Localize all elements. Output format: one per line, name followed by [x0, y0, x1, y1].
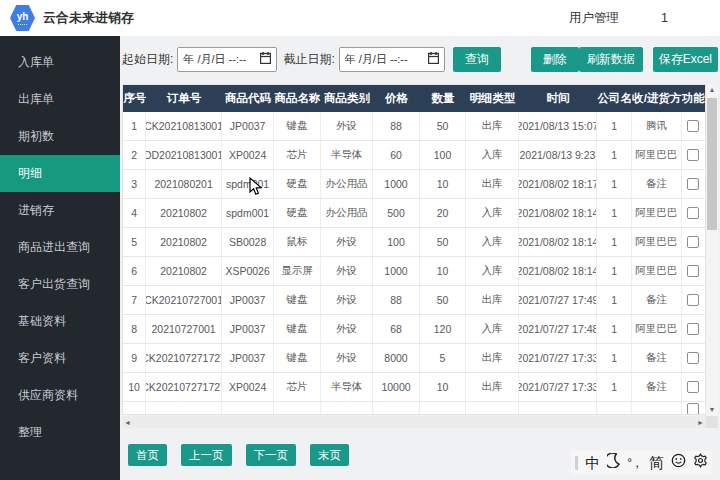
vertical-scrollbar[interactable]: ▲ ▼ — [706, 84, 718, 416]
cell-seq: 8 — [123, 315, 146, 343]
ime-simplified-mode[interactable]: 简 — [649, 451, 664, 475]
horizontal-scrollbar[interactable]: ◄ ► — [122, 416, 706, 428]
sidebar-item[interactable]: 商品进出查询 — [0, 229, 120, 266]
cell-action — [682, 344, 705, 372]
sidebar-item-label: 基础资料 — [18, 313, 66, 330]
cell-action — [682, 228, 705, 256]
row-checkbox[interactable] — [687, 352, 699, 364]
refresh-data-button[interactable]: 刷新数据 — [579, 47, 643, 72]
sidebar-item[interactable]: 入库单 — [0, 44, 120, 81]
scroll-up-arrow-icon[interactable]: ▲ — [709, 84, 716, 96]
sidebar-item[interactable]: 供应商资料 — [0, 377, 120, 414]
cell-product-category: 外设 — [321, 112, 373, 140]
cell-time: 2021/07/27 17:48 — [519, 315, 598, 343]
cell-price: 500 — [373, 199, 420, 227]
ime-language-mode[interactable]: 中 — [585, 451, 600, 475]
ime-grip-handle[interactable] — [575, 456, 578, 470]
cell-order-no: 2021080201 — [146, 170, 222, 198]
cell-order-no: 20210802 — [146, 228, 222, 256]
cell-time: 2021/08/13 15:07 — [519, 112, 598, 140]
end-date-input[interactable]: 年 /月/日 --:-- — [339, 47, 445, 72]
app-window: yh 云合未来进销存 用户管理 1 入库单 出库单 期初数 明细 — [0, 0, 720, 480]
table-header-cell: 订单号 — [146, 85, 222, 112]
sidebar-item[interactable]: 客户出货查询 — [0, 266, 120, 303]
cell-order-no: CK202107271727 — [146, 344, 222, 372]
save-excel-button[interactable]: 保存Excel — [653, 47, 718, 72]
cell-product-code: JP0037 — [222, 315, 274, 343]
cell-product-name: 芯片 — [274, 141, 321, 169]
sidebar-item-label: 出库单 — [18, 91, 54, 108]
table-row: 3 2021080201 spdm001 硬盘 办公用品 1000 10 出库 … — [123, 170, 705, 199]
cell-product-code: XP0024 — [222, 373, 274, 401]
ime-fullwidth-moon-icon[interactable] — [607, 451, 620, 475]
table-header-cell: 时间 — [519, 85, 598, 112]
row-checkbox[interactable] — [687, 381, 699, 393]
ime-settings-gear-icon[interactable] — [693, 451, 708, 475]
sidebar-item[interactable]: 期初数 — [0, 118, 120, 155]
cell-quantity: 120 — [420, 315, 467, 343]
cell-product-category: 办公用品 — [321, 170, 373, 198]
row-checkbox[interactable] — [687, 323, 699, 335]
app-logo: yh 云合未来进销存 — [0, 5, 134, 32]
row-checkbox[interactable] — [687, 294, 699, 306]
calendar-icon[interactable] — [428, 50, 439, 68]
cell-product-name: 键盘 — [274, 344, 321, 372]
sidebar-item[interactable]: 客户资料 — [0, 340, 120, 377]
cell-time: 2021/08/02 18:14 — [519, 228, 598, 256]
prev-page-button[interactable]: 上一页 — [181, 444, 232, 466]
cell-product-code: JP0037 — [222, 112, 274, 140]
cell-quantity: 100 — [420, 141, 467, 169]
cell-company: 1 — [597, 199, 632, 227]
row-checkbox[interactable] — [687, 120, 699, 132]
calendar-icon[interactable] — [260, 50, 271, 68]
sidebar-item-label: 入库单 — [18, 54, 54, 71]
cell-quantity: 10 — [420, 257, 467, 285]
start-date-input[interactable]: 年 /月/日 --:-- — [177, 47, 277, 72]
next-page-button[interactable]: 下一页 — [246, 444, 297, 466]
cell-quantity: 50 — [420, 112, 467, 140]
cell-product-name: 键盘 — [274, 112, 321, 140]
sidebar-item-label: 进销存 — [18, 202, 54, 219]
ime-punctuation-mode[interactable]: °， — [627, 451, 642, 475]
cell-detail-type: 出库 — [466, 286, 518, 314]
logo-subtext-decoration — [18, 24, 27, 25]
cell-product-category: 半导体 — [321, 141, 373, 169]
ime-emoji-icon[interactable] — [671, 451, 686, 475]
last-page-button[interactable]: 末页 — [310, 444, 349, 466]
query-button[interactable]: 查询 — [453, 47, 501, 72]
row-checkbox[interactable] — [687, 403, 699, 415]
vertical-scrollbar-thumb[interactable] — [707, 98, 717, 230]
row-checkbox[interactable] — [687, 265, 699, 277]
sidebar-item[interactable]: 进销存 — [0, 192, 120, 229]
cell-product-name: 键盘 — [274, 315, 321, 343]
cell-company: 1 — [597, 286, 632, 314]
scroll-left-arrow-icon[interactable]: ◄ — [124, 419, 131, 426]
first-page-button[interactable]: 首页 — [128, 444, 167, 466]
cell-price: 1000 — [373, 170, 420, 198]
cell-seq: 9 — [123, 344, 146, 372]
cell-detail-type: 入库 — [466, 141, 518, 169]
ime-toolbar: 中 °， 简 — [571, 451, 712, 475]
sidebar-item[interactable]: 出库单 — [0, 81, 120, 118]
scroll-down-arrow-icon[interactable]: ▼ — [709, 404, 716, 416]
table-row: 5 20210802 SB0028 鼠标 外设 100 50 入库 2021/0… — [123, 228, 705, 257]
row-checkbox[interactable] — [687, 207, 699, 219]
row-checkbox[interactable] — [687, 149, 699, 161]
user-management-link[interactable]: 用户管理 — [569, 10, 619, 27]
table-header-cell: 收/进货方 — [632, 85, 681, 112]
table-header-cell: 明细类型 — [466, 85, 518, 112]
sidebar-item[interactable]: 基础资料 — [0, 303, 120, 340]
cell-price: 10000 — [373, 373, 420, 401]
sidebar-item[interactable]: 整理 — [0, 414, 120, 451]
cell-order-no: CK20210727001 — [146, 286, 222, 314]
scroll-right-arrow-icon[interactable]: ► — [697, 419, 704, 426]
row-checkbox[interactable] — [687, 236, 699, 248]
sidebar-item[interactable]: 明细 — [0, 155, 120, 192]
table-header-cell: 商品代码 — [222, 85, 274, 112]
table-body: 1 CK20210813001 JP0037 键盘 外设 88 50 出库 20… — [123, 112, 705, 402]
cell-time: 2021/08/02 18:14 — [519, 257, 598, 285]
row-checkbox[interactable] — [687, 178, 699, 190]
delete-button[interactable]: 删除 — [531, 47, 579, 72]
table-header-cell: 商品名称 — [274, 85, 321, 112]
cell-party: 阿里巴巴 — [632, 257, 681, 285]
